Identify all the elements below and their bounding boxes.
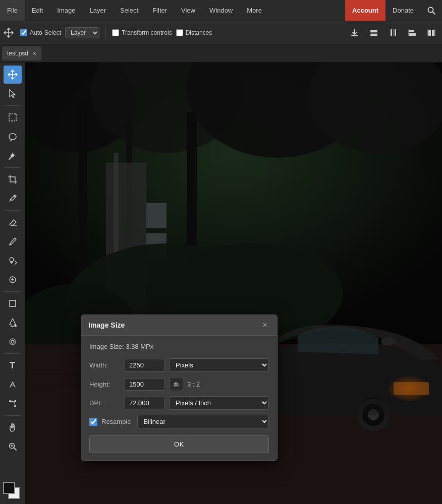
svg-rect-12 [428,30,431,36]
file-tab-name: test.psd [7,50,28,57]
tool-move[interactable] [4,66,22,84]
menu-account[interactable]: Account [345,0,385,21]
distances-checkbox[interactable] [176,29,183,36]
tool-sep-6 [5,415,21,416]
tool-clone-stamp[interactable] [4,251,22,270]
color-swatches[interactable] [3,482,22,501]
tool-heal[interactable] [4,271,22,289]
menu-bar: File Edit Image Layer Select Filter View… [0,0,442,21]
width-input[interactable] [125,359,165,371]
layer-select-dropdown[interactable]: Layer Group [65,27,99,38]
move-tool-icon-area [3,27,14,38]
image-size-info: Image Size: 3.38 MPx [89,343,269,350]
menu-image[interactable]: Image [50,0,82,21]
transform-controls-checkbox[interactable] [112,29,119,36]
svg-rect-9 [409,30,414,32]
tool-magic-wand[interactable] [4,147,22,165]
tool-rect-select[interactable] [4,108,22,127]
svg-rect-50 [146,203,167,228]
tool-eraser[interactable] [4,213,22,231]
file-tab-bar: test.psd × [0,44,442,62]
canvas-background: Image Size × Image Size: 3.38 MPx Width:… [25,62,442,504]
tool-shape[interactable] [4,294,22,312]
aspect-ratio-label: 3 : 2 [187,381,200,388]
menu-edit[interactable]: Edit [25,0,50,21]
resample-row: Resample Bilinear Bicubic Nearest Neighb… [89,415,269,428]
distances-toggle[interactable]: Distances [176,29,212,36]
width-row: Width: Pixels Inches cm mm Points Picas … [89,358,269,372]
menu-file[interactable]: File [0,0,25,21]
tool-hand[interactable] [4,418,22,436]
svg-rect-5 [370,34,377,36]
dpi-unit-select[interactable]: Pixels / Inch Pixels / cm [169,396,269,410]
move-tool-icon [3,27,14,38]
svg-point-22 [10,258,14,262]
download-icon-btn[interactable] [347,25,362,40]
svg-point-29 [10,339,16,345]
svg-point-69 [381,338,396,346]
menu-select[interactable]: Select [113,0,145,21]
height-input[interactable] [125,378,165,391]
menu-more[interactable]: More [240,0,269,21]
aspect-ratio-link-icon[interactable] [169,377,183,391]
svg-rect-16 [9,114,16,121]
svg-line-36 [14,448,16,451]
tool-fill[interactable] [4,313,22,332]
foreground-color-swatch[interactable] [3,482,15,494]
tool-sep-5 [5,353,21,354]
svg-rect-28 [10,300,16,306]
tool-blur[interactable] [4,333,22,351]
search-icon[interactable] [421,0,442,21]
auto-select-checkbox[interactable] [20,29,27,36]
align-v-icon-btn[interactable] [385,25,401,40]
svg-point-33 [14,400,16,402]
menu-view[interactable]: View [174,0,202,21]
menu-layer[interactable]: Layer [83,0,114,21]
menu-window[interactable]: Window [202,0,240,21]
tool-sep-2 [5,167,21,168]
tool-path-select[interactable] [4,395,22,413]
tool-text[interactable]: T [4,356,22,374]
dialog-close-button[interactable]: × [260,320,270,330]
align-h-icon-btn[interactable] [366,25,381,40]
tool-zoom[interactable] [4,437,22,456]
tool-pen[interactable] [4,375,22,394]
svg-rect-4 [370,32,377,34]
dialog-title: Image Size [88,321,125,329]
transform-controls-toggle[interactable]: Transform controls [112,29,172,36]
width-label: Width: [89,361,121,369]
resample-method-select[interactable]: Bilinear Bicubic Nearest Neighbor Bicubi… [137,415,269,428]
toolbar-separator-1 [105,26,106,40]
image-size-dialog: Image Size × Image Size: 3.38 MPx Width:… [81,314,278,461]
tool-lasso[interactable] [4,128,22,146]
dpi-input[interactable] [125,397,165,409]
menu-filter[interactable]: Filter [145,0,174,21]
resample-checkbox[interactable] [89,418,97,426]
width-unit-select[interactable]: Pixels Inches cm mm Points Picas Columns [169,358,269,372]
distances-label: Distances [186,29,212,36]
file-tab[interactable]: test.psd × [2,46,41,60]
tool-eyedropper[interactable] [4,190,22,208]
auto-select-toggle[interactable]: Auto-Select [20,29,61,36]
ok-button[interactable]: OK [89,435,269,453]
tool-arrow-select[interactable] [4,85,22,103]
distribute-icon-btn[interactable] [424,25,439,40]
svg-rect-6 [391,29,392,36]
text-tool-icon: T [10,360,15,371]
left-tool-panel: T [0,62,25,504]
file-tab-close-btn[interactable]: × [32,50,36,57]
svg-point-21 [9,244,11,245]
svg-point-19 [14,195,16,197]
svg-rect-8 [395,29,396,36]
svg-rect-13 [432,30,434,36]
canvas-area: Image Size × Image Size: 3.38 MPx Width:… [25,62,442,504]
transform-controls-label: Transform controls [122,29,172,36]
align-left-icon-btn[interactable] [405,25,420,40]
tool-brush[interactable] [4,232,22,250]
main-area: T [0,62,442,504]
dialog-titlebar: Image Size × [81,315,277,336]
svg-point-30 [11,340,14,343]
tool-crop[interactable] [4,170,22,188]
tool-sep-1 [5,105,21,106]
menu-donate[interactable]: Donate [385,0,421,21]
